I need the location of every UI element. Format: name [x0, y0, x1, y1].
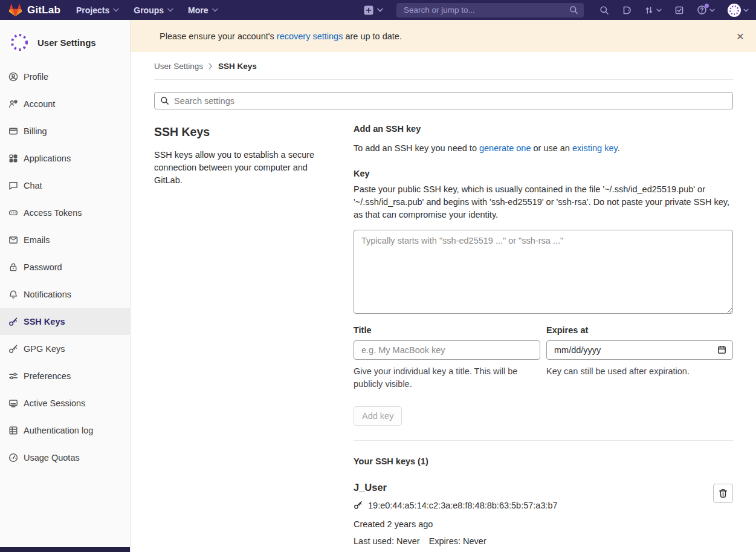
avatar [728, 4, 741, 17]
avatar [8, 31, 30, 53]
authentication-log-icon [8, 426, 18, 435]
sidebar-item-password[interactable]: Password [0, 253, 130, 281]
chevron-down-icon [212, 8, 218, 12]
ssh-key-created: Created 2 years ago [354, 519, 706, 529]
todos-button[interactable] [674, 5, 684, 15]
sidebar-item-account[interactable]: Account [0, 90, 130, 117]
ssh-key-last-used: Last used: Never [354, 536, 420, 546]
plus-square-icon [364, 5, 373, 15]
gitlab-tanuki-icon [8, 4, 22, 17]
recovery-settings-link[interactable]: recovery settings [277, 31, 343, 41]
sidebar-item-profile[interactable]: Profile [0, 63, 130, 90]
sidebar-item-active-sessions[interactable]: Active Sessions [0, 389, 130, 417]
breadcrumb-user-settings[interactable]: User Settings [154, 62, 203, 71]
sidebar-item-ssh-keys[interactable]: SSH Keys [0, 308, 130, 335]
sidebar-item-preferences[interactable]: Preferences [0, 362, 130, 389]
title-field-help: Give your individual key a title. This w… [354, 365, 540, 391]
search-icon [160, 96, 169, 105]
title-field-label: Title [354, 325, 540, 335]
search-icon [569, 5, 578, 15]
sidebar-nav: Profile Account Billing Applications Cha… [0, 63, 130, 471]
notification-dot [705, 4, 709, 8]
sidebar-item-chat[interactable]: Chat [0, 172, 130, 199]
ssh-key-expires: Expires: Never [429, 536, 486, 546]
sidebar-item-emails[interactable]: Emails [0, 226, 130, 253]
sidebar-item-notifications[interactable]: Notifications [0, 281, 130, 308]
ssh-key-fingerprint: 19:e0:44:a5:14:c2:3a:e8:f8:48:8b:63:5b:5… [368, 501, 558, 510]
chevron-down-icon [656, 8, 662, 12]
delete-key-button[interactable] [713, 484, 733, 503]
existing-key-link[interactable]: existing key [572, 143, 618, 153]
add-key-heading: Add an SSH key [354, 124, 733, 134]
ssh-key-title: J_User [354, 482, 706, 493]
applications-icon [8, 154, 18, 163]
expires-field-help: Key can still be used after expiration. [546, 365, 733, 378]
user-menu-button[interactable] [728, 4, 749, 17]
merge-requests-button[interactable] [644, 5, 662, 15]
expires-field: Expires at Key can still be used after e… [546, 325, 733, 391]
sidebar-item-gpg-keys[interactable]: GPG Keys [0, 335, 130, 362]
emails-icon [8, 235, 18, 245]
password-icon [8, 262, 18, 272]
search-icon [599, 5, 609, 15]
help-button[interactable] [697, 5, 715, 15]
nav-menu-more[interactable]: More [188, 5, 218, 15]
chevron-down-icon [167, 8, 173, 12]
banner-close-button[interactable]: × [733, 28, 748, 44]
top-navbar: GitLab Projects Groups More [0, 0, 756, 20]
account-icon [8, 99, 18, 109]
usage-quotas-icon [8, 453, 18, 463]
section-intro: SSH Keys SSH keys allow you to establish… [154, 124, 321, 546]
gitlab-logo[interactable]: GitLab [8, 4, 60, 17]
navbar-icon-group [599, 4, 749, 17]
chevron-down-icon [377, 8, 383, 12]
page-description: SSH keys allow you to establish a secure… [154, 149, 321, 187]
add-ssh-key-form: Add an SSH key To add an SSH key you nee… [354, 124, 733, 426]
navbar-search-button[interactable] [599, 5, 609, 15]
recovery-settings-banner: Please ensure your account's recovery se… [131, 20, 756, 52]
calendar-icon[interactable] [717, 345, 726, 354]
global-search [396, 3, 584, 18]
chevron-down-icon [743, 8, 749, 12]
profile-icon [8, 72, 18, 82]
sidebar-item-usage-quotas[interactable]: Usage Quotas [0, 444, 130, 471]
global-search-input[interactable] [396, 3, 584, 18]
sidebar-item-authentication-log[interactable]: Authentication log [0, 417, 130, 444]
nav-menu-projects[interactable]: Projects [76, 5, 119, 15]
nav-menu-groups[interactable]: Groups [134, 5, 173, 15]
settings-search-input[interactable] [154, 92, 733, 109]
sidebar-item-billing[interactable]: Billing [0, 117, 130, 144]
notifications-icon [8, 290, 18, 299]
sidebar-bottom-strip [0, 547, 130, 552]
expires-date-input[interactable] [546, 340, 733, 360]
new-menu-button[interactable] [364, 5, 383, 15]
key-field-label: Key [354, 169, 733, 178]
banner-text: Please ensure your account's recovery se… [160, 31, 402, 41]
settings-sidebar: User Settings Profile Account Billing Ap… [0, 20, 131, 552]
chevron-down-icon [113, 8, 119, 12]
trash-icon [719, 489, 728, 498]
settings-search [154, 92, 733, 109]
main-content: User Settings SSH Keys SSH Keys SSH keys… [131, 52, 756, 552]
chevron-down-icon [709, 8, 715, 12]
page-title: SSH Keys [154, 125, 321, 139]
breadcrumb: User Settings SSH Keys [154, 52, 733, 80]
generate-one-link[interactable]: generate one [479, 143, 531, 153]
sidebar-title: User Settings [37, 37, 96, 48]
todos-icon [674, 5, 684, 15]
breadcrumb-ssh-keys: SSH Keys [218, 62, 257, 71]
sidebar-item-applications[interactable]: Applications [0, 144, 130, 172]
active-sessions-icon [8, 398, 18, 408]
sidebar-item-access-tokens[interactable]: Access Tokens [0, 199, 130, 226]
ssh-key-textarea[interactable] [354, 230, 733, 314]
issues-button[interactable] [622, 5, 632, 15]
title-field: Title Give your individual key a title. … [354, 325, 540, 391]
access-tokens-icon [8, 208, 18, 218]
your-ssh-keys-heading: Your SSH keys (1) [354, 456, 733, 466]
preferences-icon [8, 371, 18, 381]
billing-icon [8, 126, 18, 136]
title-input[interactable] [354, 340, 540, 360]
gpg-keys-icon [8, 344, 18, 354]
add-key-button[interactable]: Add key [354, 406, 402, 426]
issues-icon [622, 5, 632, 15]
